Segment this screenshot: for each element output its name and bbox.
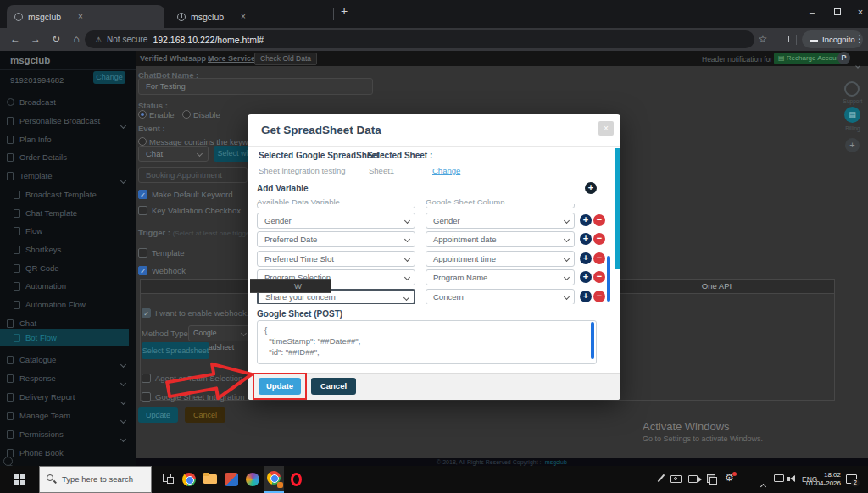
sidebar-item-personalise-broadcast[interactable]: Personalise Broadcast [0, 114, 136, 129]
row-remove-icon[interactable]: − [593, 271, 605, 283]
camera-icon[interactable] [670, 475, 682, 483]
modal-cancel-button[interactable]: Cancel [311, 378, 356, 395]
browser-tab-inactive[interactable]: msgclub × [170, 5, 327, 28]
sidebar-item-shortkeys[interactable]: Shortkeys [0, 242, 136, 258]
sidebar-item-chat[interactable]: Chat [0, 316, 136, 331]
keyword-input[interactable]: Booking Appointment [138, 167, 248, 183]
sidebar-item-flow[interactable]: Flow [0, 224, 136, 239]
opera-icon[interactable] [288, 471, 305, 488]
reload-icon[interactable]: ↻ [47, 30, 64, 47]
sheet-column-select[interactable]: Gender [426, 213, 575, 229]
tab-one-api[interactable]: One API [598, 279, 835, 294]
change-sheet-link[interactable]: Change [432, 166, 460, 175]
recharge-account-button[interactable]: ▤ Recharge Account [774, 53, 846, 64]
chat-select[interactable]: Chat [138, 146, 209, 162]
event-keyword-radio[interactable] [138, 137, 147, 146]
chrome-icon[interactable] [181, 471, 198, 488]
start-button[interactable] [0, 466, 39, 493]
verified-whatsapp-dropdown[interactable]: Verified Whatsapp [140, 54, 212, 63]
sidebar-item-qr-code[interactable]: QR Code [0, 261, 136, 276]
paint3d-icon[interactable] [244, 471, 261, 488]
row-add-icon[interactable]: + [580, 252, 592, 264]
sheet-column-select-partial[interactable] [426, 204, 575, 208]
sidebar-item-response[interactable]: Response [0, 371, 136, 386]
bookmark-star-icon[interactable]: ☆ [754, 30, 771, 47]
window-close-button[interactable]: × [848, 0, 868, 24]
media-app-icon[interactable] [223, 471, 240, 488]
video-camera-icon[interactable] [688, 475, 698, 483]
url-bar[interactable]: ⚠ Not secure 192.168.10.222/home.html# [85, 30, 754, 48]
tab-search-icon[interactable] [776, 30, 793, 47]
variable-select[interactable]: Preferred Date [257, 231, 415, 247]
variable-select[interactable]: Gender [257, 213, 415, 229]
variable-select[interactable]: Preferred Time Slot [257, 251, 415, 267]
list-scrollbar[interactable] [607, 256, 610, 302]
file-explorer-icon[interactable] [202, 471, 219, 488]
sheet-column-select[interactable]: Appointment time [426, 251, 575, 267]
security-badge[interactable]: Not secure [107, 35, 147, 44]
disable-radio[interactable] [182, 110, 191, 119]
sidebar-item-order-details[interactable]: Order Details [0, 150, 136, 165]
sidebar-item-automation-flow[interactable]: Automation Flow [0, 297, 136, 313]
sidebar-item-catalogue[interactable]: Catalogue [0, 352, 136, 368]
tab-close-icon[interactable]: × [78, 12, 83, 21]
make-default-checkbox[interactable]: ✓ [138, 190, 147, 199]
avatar[interactable]: P [837, 52, 850, 64]
sidebar-item-broadcast[interactable]: Broadcast [0, 95, 136, 110]
post-body-textarea[interactable]: { "timeStamp": "##Date##", "id": "##ID##… [257, 320, 597, 364]
row-remove-icon[interactable]: − [593, 252, 605, 264]
modal-close-button[interactable]: × [598, 121, 614, 136]
billing-icon[interactable]: ▤ [844, 107, 860, 123]
forward-icon[interactable]: → [27, 30, 44, 47]
sheet-integration-checkbox[interactable] [142, 392, 151, 402]
network-icon[interactable] [774, 474, 784, 482]
home-icon[interactable]: ⌂ [68, 30, 85, 47]
more-services-link[interactable]: More Services [208, 54, 259, 63]
tray-chevron-up-icon[interactable] [761, 477, 765, 492]
row-remove-icon[interactable]: − [593, 233, 605, 245]
sidebar-item-template[interactable]: Template [0, 169, 136, 184]
add-floating-button[interactable]: + [845, 138, 860, 152]
window-maximize-button[interactable] [825, 0, 850, 24]
notification-center-icon[interactable]: 2 [846, 474, 857, 484]
sidebar-item-chat-template[interactable]: Chat Template [0, 206, 136, 221]
task-view-icon[interactable] [160, 471, 177, 488]
textarea-scrollbar[interactable] [591, 322, 594, 359]
window-stack-icon[interactable] [707, 474, 715, 483]
browser-tab-active[interactable]: msgclub × [7, 5, 164, 28]
row-add-icon[interactable]: + [580, 291, 592, 302]
row-add-icon[interactable]: + [580, 233, 592, 245]
modal-scrollbar[interactable] [615, 148, 620, 269]
add-variable-icon[interactable]: + [585, 182, 597, 194]
url-text[interactable]: 192.168.10.222/home.html# [153, 35, 264, 45]
sidebar-item-manage-team[interactable]: Manage Team [0, 408, 136, 424]
new-tab-button[interactable]: + [341, 4, 348, 18]
change-number-button[interactable]: Change [93, 71, 125, 84]
support-headset-icon[interactable] [844, 81, 860, 97]
sidebar-item-delivery-report[interactable]: Delivery Report [0, 390, 136, 405]
agent-team-checkbox[interactable] [142, 374, 151, 383]
sheet-column-select[interactable]: Program Name [426, 269, 575, 285]
chatbot-name-input[interactable]: For Testing [138, 78, 373, 95]
page-cancel-button[interactable]: Cancel [185, 407, 225, 423]
chrome-active-button[interactable] [264, 466, 284, 493]
window-minimize-button[interactable]: – [799, 0, 825, 24]
row-remove-icon[interactable]: − [593, 291, 605, 302]
back-icon[interactable]: ← [7, 30, 24, 47]
row-add-icon[interactable]: + [580, 271, 592, 283]
sidebar-item-broadcast-template[interactable]: Broadcast Template [0, 187, 136, 202]
pen-icon[interactable] [658, 474, 665, 483]
enable-radio[interactable] [138, 110, 147, 119]
sidebar-item-plan-info[interactable]: Plan Info [0, 132, 136, 147]
sidebar-item-automation[interactable]: Automation [0, 279, 136, 294]
profile-chevron-icon[interactable] [856, 56, 860, 71]
tab-close-icon[interactable]: × [241, 12, 246, 21]
template-checkbox[interactable] [138, 248, 147, 258]
chat-bubble-icon[interactable] [3, 457, 13, 466]
webhook-checkbox[interactable]: ✓ [138, 266, 147, 275]
taskbar-search-input[interactable]: Type here to search [39, 466, 152, 493]
sheet-column-select[interactable]: Appointment date [426, 231, 575, 247]
key-validation-checkbox[interactable] [138, 206, 147, 215]
sidebar-item-phone-book[interactable]: Phone Book [0, 446, 136, 461]
method-type-select[interactable]: Google Spreadsheet [188, 325, 249, 341]
